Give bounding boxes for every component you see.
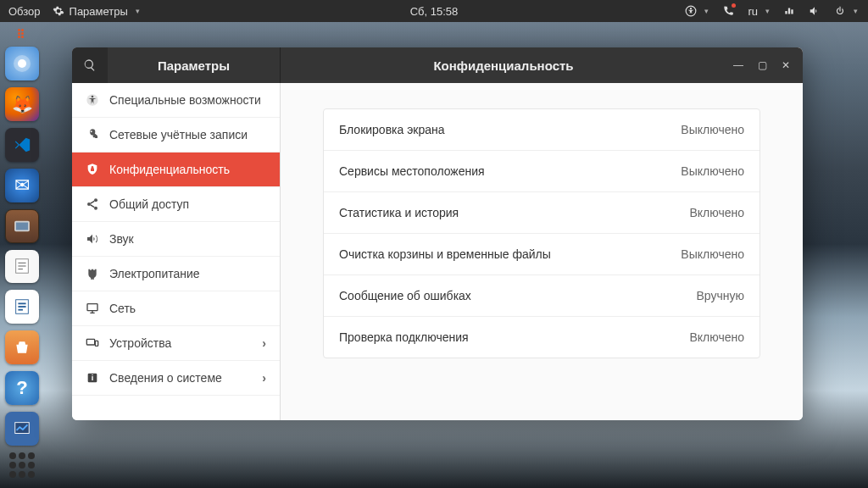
privacy-row-label: Сообщение об ошибках: [339, 289, 471, 302]
sidebar-item-sharing[interactable]: Общий доступ: [72, 187, 280, 222]
privacy-list: Блокировка экранаВыключеноСервисы местоп…: [323, 108, 760, 358]
page-title: Конфиденциальность: [281, 58, 726, 73]
privacy-row[interactable]: Очистка корзины и временные файлыВыключе…: [324, 234, 760, 275]
chevron-right-icon: ›: [262, 371, 266, 385]
volume-indicator[interactable]: [809, 5, 821, 17]
sidebar-item-label: Звук: [109, 232, 134, 246]
headerbar: Параметры Конфиденциальность — ▢ ✕: [72, 47, 803, 83]
sidebar-item-label: Сеть: [109, 302, 136, 315]
svg-point-19: [94, 207, 97, 210]
privacy-row[interactable]: Сервисы местоположенияВыключено: [324, 151, 760, 192]
sidebar-item-label: Общий доступ: [109, 197, 189, 211]
sidebar-item-power[interactable]: Электропитание: [72, 257, 280, 291]
dock-vscode[interactable]: [5, 128, 39, 162]
sharing-icon: [86, 197, 99, 211]
network-icon: [783, 5, 795, 17]
settings-sidebar: Специальные возможностиСетевые учётные з…: [72, 83, 281, 420]
privacy-row-value: Включено: [689, 206, 744, 219]
privacy-row-value: Включено: [689, 330, 744, 344]
sidebar-item-label: Конфиденциальность: [109, 163, 230, 176]
privacy-row-label: Очистка корзины и временные файлы: [339, 247, 551, 261]
text-editor-icon: [13, 257, 31, 275]
settings-window: Параметры Конфиденциальность — ▢ ✕ Специ…: [72, 47, 803, 420]
privacy-row-label: Сервисы местоположения: [339, 164, 485, 178]
sidebar-item-sound[interactable]: Звук: [72, 222, 280, 257]
sidebar-item-label: Сведения о системе: [109, 371, 222, 385]
dock-software[interactable]: [5, 330, 39, 364]
svg-rect-21: [86, 339, 94, 345]
privacy-icon: [86, 163, 99, 176]
svg-rect-5: [16, 222, 28, 230]
software-icon: [14, 339, 31, 356]
sidebar-item-devices[interactable]: Устройства›: [72, 326, 280, 361]
chromium-icon: [12, 53, 32, 74]
clock[interactable]: Сб, 15:58: [410, 5, 459, 18]
accessibility-icon: [86, 93, 99, 107]
privacy-row[interactable]: Сообщение об ошибкахВручную: [324, 275, 760, 317]
messaging-indicator[interactable]: [722, 5, 734, 17]
svg-rect-22: [95, 341, 97, 346]
window-close-button[interactable]: ✕: [774, 53, 798, 77]
sidebar-item-details[interactable]: iСведения о системе›: [72, 361, 280, 396]
sidebar-item-online-accounts[interactable]: Сетевые учётные записи: [72, 118, 280, 152]
sidebar-item-network[interactable]: Сеть: [72, 291, 280, 326]
sidebar-item-privacy[interactable]: Конфиденциальность: [72, 152, 280, 187]
phone-icon: [722, 5, 734, 17]
libreoffice-icon: [13, 297, 31, 316]
dock-thunderbird[interactable]: ✉: [5, 169, 39, 202]
privacy-row-value: Выключено: [681, 164, 744, 178]
search-button[interactable]: [72, 47, 108, 83]
svg-text:i: i: [92, 374, 94, 382]
show-apps-button[interactable]: [9, 452, 35, 478]
svg-point-16: [92, 96, 94, 98]
svg-point-1: [690, 8, 692, 9]
dock-help[interactable]: ?: [5, 371, 39, 405]
svg-point-17: [94, 198, 97, 202]
app-menu[interactable]: Параметры: [53, 5, 140, 18]
monitor-icon: [13, 419, 31, 438]
privacy-row-label: Проверка подключения: [339, 330, 469, 344]
privacy-row[interactable]: Статистика и историяВключено: [324, 192, 760, 234]
dock-handle[interactable]: [18, 29, 26, 38]
svg-rect-14: [15, 423, 30, 434]
sidebar-item-label: Электропитание: [109, 267, 200, 280]
volume-icon: [809, 5, 821, 17]
privacy-row-value: Вручную: [697, 289, 745, 302]
dock: 🦊 ✉ ?: [0, 22, 44, 488]
sidebar-item-accessibility[interactable]: Специальные возможности: [72, 83, 280, 118]
svg-rect-13: [18, 309, 23, 311]
keyboard-layout-indicator[interactable]: ru: [748, 5, 770, 18]
privacy-row-value: Выключено: [681, 247, 744, 261]
accessibility-icon: [685, 5, 697, 17]
devices-icon: [86, 336, 99, 350]
dock-screenshot[interactable]: [5, 209, 39, 243]
sidebar-title: Параметры: [108, 58, 280, 73]
svg-point-18: [87, 202, 91, 206]
settings-content: Блокировка экранаВыключеноСервисы местоп…: [281, 83, 803, 420]
dock-system-monitor[interactable]: [5, 412, 39, 446]
dock-text-editor[interactable]: [5, 250, 39, 284]
activities-button[interactable]: Обзор: [8, 5, 41, 18]
thunderbird-icon: ✉: [14, 175, 30, 197]
sound-icon: [86, 232, 99, 246]
window-maximize-button[interactable]: ▢: [750, 53, 774, 77]
chevron-right-icon: ›: [262, 336, 266, 350]
app-menu-label: Параметры: [70, 5, 128, 18]
dock-libreoffice[interactable]: [5, 290, 39, 324]
online-accounts-icon: [86, 128, 99, 141]
close-icon: ✕: [782, 59, 790, 71]
sidebar-item-label: Специальные возможности: [109, 93, 261, 107]
network-indicator[interactable]: [783, 5, 795, 17]
sidebar-item-label: Устройства: [109, 336, 171, 350]
dock-firefox[interactable]: 🦊: [5, 87, 39, 121]
svg-rect-20: [87, 304, 97, 311]
accessibility-indicator[interactable]: [685, 5, 709, 17]
window-minimize-button[interactable]: —: [726, 53, 750, 77]
privacy-row-value: Выключено: [681, 123, 744, 136]
privacy-row[interactable]: Проверка подключенияВключено: [324, 317, 760, 358]
privacy-row[interactable]: Блокировка экранаВыключено: [324, 109, 760, 151]
dock-chromium[interactable]: [5, 47, 39, 80]
svg-rect-11: [18, 303, 25, 305]
system-indicator[interactable]: [834, 5, 858, 17]
top-panel: Обзор Параметры Сб, 15:58 ru: [0, 0, 868, 22]
